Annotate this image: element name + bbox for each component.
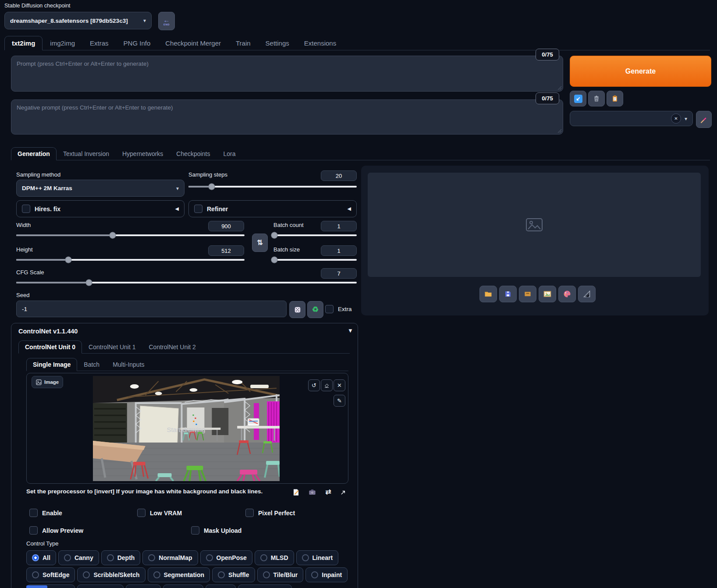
accordion-caret-icon[interactable]: ▼: [348, 328, 353, 333]
mirror-webcam-button[interactable]: ⇄: [323, 486, 334, 498]
cfg-scale-slider[interactable]: [16, 282, 357, 283]
control-type-option[interactable]: [238, 584, 292, 588]
clear-styles-icon[interactable]: ✕: [671, 113, 681, 124]
refiner-checkbox[interactable]: [194, 205, 202, 213]
slider-knob[interactable]: [110, 232, 116, 239]
sampling-steps-slider[interactable]: [188, 186, 357, 188]
main-tab[interactable]: img2img: [43, 36, 82, 50]
control-type-option[interactable]: Depth: [101, 550, 141, 565]
slider-knob[interactable]: [65, 257, 71, 263]
paste-generation-params-button[interactable]: ↙: [570, 91, 586, 106]
control-type-option[interactable]: SoftEdge: [26, 567, 75, 582]
styles-dropdown[interactable]: ✕ ▾: [570, 111, 693, 126]
generation-tab[interactable]: Lora: [217, 147, 242, 160]
allow-preview-checkbox-row[interactable]: Allow Preview: [29, 526, 83, 535]
batch-size-input[interactable]: [321, 245, 357, 256]
generation-tab[interactable]: Hypernetworks: [116, 147, 170, 160]
generation-tab[interactable]: Generation: [11, 147, 57, 160]
control-type-option[interactable]: MLSD: [255, 550, 294, 565]
output-gallery[interactable]: [368, 173, 701, 277]
control-type-option[interactable]: Tile/Blur: [257, 567, 304, 582]
width-slider[interactable]: [16, 234, 245, 236]
send-to-img2img-button[interactable]: [539, 286, 556, 302]
main-tab[interactable]: Extensions: [297, 36, 344, 50]
cfg-scale-input[interactable]: [321, 268, 357, 279]
width-input[interactable]: [208, 221, 244, 231]
controlnet-unit-tab[interactable]: ControlNet Unit 0: [18, 340, 82, 354]
prompt-input[interactable]: [11, 56, 563, 92]
remove-image-button[interactable]: ✕: [334, 379, 345, 391]
checkpoint-dropdown[interactable]: dreamshaper_8.safetensors [879db523c3] ▾: [4, 12, 152, 29]
slider-knob[interactable]: [271, 232, 277, 239]
webcam-button[interactable]: [306, 486, 318, 498]
refresh-checkpoint-button[interactable]: ← END: [158, 12, 175, 30]
controlnet-input-image[interactable]: Start drawing: [93, 376, 280, 481]
batch-size-slider[interactable]: [273, 259, 357, 261]
generation-tab[interactable]: Textual Inversion: [57, 147, 116, 160]
main-tab[interactable]: txt2img: [4, 36, 43, 50]
main-tab[interactable]: Extras: [82, 36, 116, 50]
reuse-seed-button[interactable]: ♻: [307, 301, 323, 318]
send-dimensions-button[interactable]: [337, 486, 349, 498]
collapse-triangle-icon[interactable]: ◀: [175, 206, 179, 211]
batch-count-input[interactable]: [321, 221, 357, 231]
control-type-option[interactable]: All: [26, 550, 56, 565]
control-type-option[interactable]: [206, 584, 236, 588]
negative-prompt-input[interactable]: [11, 99, 563, 135]
hires-fix-checkbox[interactable]: [22, 205, 30, 213]
random-seed-button[interactable]: [289, 301, 305, 318]
batch-count-slider[interactable]: [273, 234, 357, 236]
allow-preview-checkbox[interactable]: [29, 526, 38, 535]
generation-tab[interactable]: Checkpoints: [170, 147, 217, 160]
eraser-button[interactable]: [321, 379, 333, 391]
controlnet-input-tab[interactable]: Multi-Inputs: [106, 358, 151, 371]
edit-styles-button[interactable]: [696, 111, 712, 128]
slider-knob[interactable]: [208, 184, 215, 190]
control-type-option[interactable]: NormalMap: [142, 550, 198, 565]
apply-styles-button[interactable]: [607, 91, 623, 106]
control-type-option[interactable]: [126, 584, 161, 588]
control-type-option[interactable]: Lineart: [296, 550, 339, 565]
send-to-extras-button[interactable]: [578, 286, 596, 302]
main-tab[interactable]: Checkpoint Merger: [158, 36, 228, 50]
height-slider[interactable]: [16, 259, 245, 261]
height-input[interactable]: [208, 245, 244, 256]
pixel-perfect-checkbox[interactable]: [245, 509, 254, 517]
enable-checkbox-row[interactable]: Enable: [29, 509, 62, 517]
main-tab[interactable]: Train: [228, 36, 258, 50]
open-folder-button[interactable]: [479, 286, 497, 302]
sketch-pencil-button[interactable]: ✎: [334, 395, 345, 407]
control-type-option[interactable]: Scribble/Sketch: [77, 567, 145, 582]
control-type-option[interactable]: Inpaint: [305, 567, 348, 582]
generate-button[interactable]: Generate: [570, 56, 711, 87]
main-tab[interactable]: Settings: [258, 36, 297, 50]
new-canvas-button[interactable]: [290, 486, 302, 498]
controlnet-unit-tab[interactable]: ControlNet Unit 1: [82, 340, 142, 354]
main-tab[interactable]: PNG Info: [116, 36, 158, 50]
undo-button[interactable]: ↺: [308, 379, 320, 391]
mask-upload-checkbox[interactable]: [191, 526, 199, 535]
swap-dimensions-button[interactable]: ⇅: [252, 234, 268, 252]
sampling-steps-input[interactable]: [321, 170, 357, 181]
collapse-triangle-icon[interactable]: ◀: [348, 206, 351, 211]
control-type-option[interactable]: Canny: [58, 550, 99, 565]
sampling-method-dropdown[interactable]: DPM++ 2M Karras ▾: [16, 180, 185, 197]
send-to-inpaint-button[interactable]: [558, 286, 576, 302]
control-type-option[interactable]: Segmentation: [148, 567, 210, 582]
save-zip-button[interactable]: [519, 286, 536, 302]
slider-knob[interactable]: [271, 257, 277, 263]
refiner-section[interactable]: Refiner ◀: [188, 200, 357, 217]
pixel-perfect-checkbox-row[interactable]: Pixel Perfect: [245, 509, 295, 517]
clear-prompt-button[interactable]: [588, 91, 605, 106]
mask-upload-checkbox-row[interactable]: Mask Upload: [191, 526, 241, 535]
hires-fix-section[interactable]: Hires. fix ◀: [16, 200, 185, 217]
controlnet-input-tab[interactable]: Batch: [77, 358, 106, 371]
control-type-option[interactable]: OpenPose: [200, 550, 252, 565]
slider-knob[interactable]: [85, 280, 92, 286]
enable-checkbox[interactable]: [29, 509, 38, 517]
controlnet-unit-tab[interactable]: ControlNet Unit 2: [142, 340, 202, 354]
low-vram-checkbox-row[interactable]: Low VRAM: [137, 509, 182, 517]
control-type-option[interactable]: Shuffle: [212, 567, 255, 582]
seed-extra-checkbox[interactable]: [325, 305, 334, 313]
save-image-button[interactable]: [499, 286, 517, 302]
